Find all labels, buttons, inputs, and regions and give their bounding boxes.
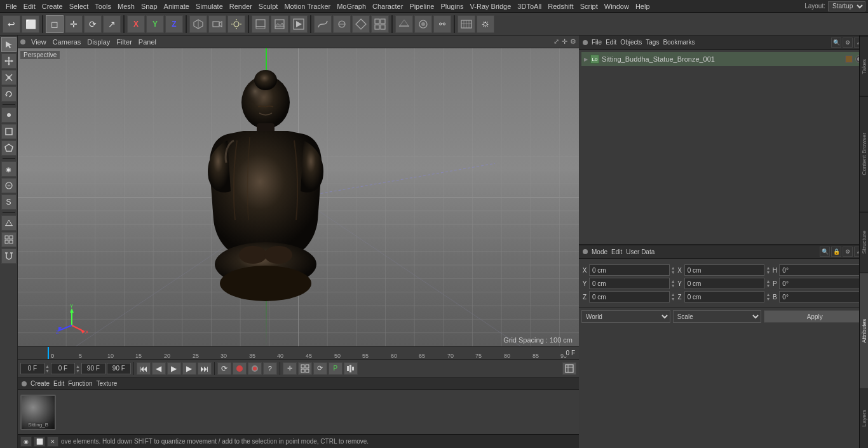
world-dropdown[interactable]: World Object Screen	[581, 310, 670, 323]
menu-mograph[interactable]: MoGraph	[334, 1, 369, 11]
start-frame-input[interactable]	[51, 363, 75, 374]
menu-redshift[interactable]: Redshift	[545, 1, 576, 11]
status-icon-1[interactable]: ◉	[20, 437, 32, 447]
z-pos-field[interactable]: 0 cm	[589, 291, 670, 302]
obj-menu-objects[interactable]: Objects	[620, 39, 642, 46]
menu-plugins[interactable]: Plugins	[437, 1, 466, 11]
mat-menu-create[interactable]: Create	[31, 380, 50, 387]
loop-button[interactable]: ⟳	[217, 362, 231, 375]
mat-menu-texture[interactable]: Texture	[97, 380, 118, 387]
scale-dropdown[interactable]: Scale	[673, 310, 762, 323]
deformer-button[interactable]	[352, 15, 370, 33]
tab-takes[interactable]: Takes	[860, 36, 868, 96]
poly-mode[interactable]	[1, 140, 17, 156]
mat-menu-function[interactable]: Function	[68, 380, 92, 387]
layout-select[interactable]: Startup	[828, 1, 865, 11]
next-frame-button[interactable]: ▶	[182, 362, 196, 375]
grid-tool[interactable]	[1, 232, 17, 247]
move-tool[interactable]	[1, 53, 17, 69]
goto-start-button[interactable]: ⏮	[137, 362, 151, 375]
expand-arrow-icon[interactable]: ▶	[584, 57, 588, 62]
tag-button[interactable]: ⚯	[433, 15, 451, 33]
menu-window[interactable]: Window	[601, 1, 632, 11]
motion-mode-5[interactable]	[344, 362, 358, 375]
point-mode[interactable]	[1, 107, 17, 123]
x-rot-down[interactable]: ▼	[766, 270, 770, 275]
obj-settings-icon[interactable]: ⚙	[843, 37, 853, 48]
move-tool-button[interactable]: ✛	[65, 15, 83, 33]
render-view-button[interactable]	[252, 15, 269, 33]
obj-menu-edit[interactable]: Edit	[606, 39, 616, 46]
render-button[interactable]	[290, 15, 308, 33]
x-pos-down[interactable]: ▼	[671, 270, 675, 275]
scale-tool-button[interactable]: ↗	[103, 15, 121, 33]
menu-animate[interactable]: Animate	[161, 1, 193, 11]
p-field[interactable]: 0°	[779, 278, 860, 289]
start-up-arrow[interactable]: ▲	[76, 364, 80, 369]
scale-tool[interactable]	[1, 70, 17, 85]
vp-settings-icon[interactable]: ⚙	[570, 37, 576, 46]
menu-snap[interactable]: Snap	[138, 1, 161, 11]
y-rot-up[interactable]: ▲	[766, 279, 770, 283]
floor-button[interactable]	[395, 15, 413, 33]
rotate-tool-button[interactable]: ⟳	[84, 15, 102, 33]
vp-move-icon[interactable]: ✛	[562, 37, 567, 46]
menu-vray[interactable]: V-Ray Bridge	[467, 1, 515, 11]
menu-3dtoall[interactable]: 3DToAll	[514, 1, 545, 11]
vp-menu-display[interactable]: Display	[84, 37, 113, 47]
obj-search-icon[interactable]: 🔍	[831, 37, 841, 48]
sculpt-tool[interactable]	[1, 178, 17, 193]
menu-pipeline[interactable]: Pipeline	[406, 1, 437, 11]
tab-structure[interactable]: Structure	[860, 212, 868, 272]
status-icon-2[interactable]: ⬜	[34, 437, 45, 447]
b-field[interactable]: 0°	[779, 291, 860, 302]
tab-layers[interactable]: Layers	[860, 388, 868, 448]
menu-render[interactable]: Render	[226, 1, 255, 11]
soft-sel[interactable]: S	[1, 194, 17, 210]
z-rot-field[interactable]: 0 cm	[684, 291, 765, 302]
menu-select[interactable]: Select	[66, 1, 92, 11]
start-down-arrow[interactable]: ▼	[76, 369, 80, 373]
prev-frame-button[interactable]: ◀	[152, 362, 166, 375]
menu-help[interactable]: Help	[632, 1, 653, 11]
h-field[interactable]: 0°	[779, 264, 860, 276]
apply-button[interactable]: Apply	[764, 310, 865, 323]
attr-settings-icon[interactable]: ⚙	[843, 247, 853, 257]
y-axis-button[interactable]: Y	[146, 15, 164, 33]
z-rot-up[interactable]: ▲	[766, 292, 770, 297]
x-rot-up[interactable]: ▲	[766, 266, 770, 270]
menu-script[interactable]: Script	[577, 1, 601, 11]
render-icons-btn[interactable]	[562, 362, 576, 375]
obj-menu-tags[interactable]: Tags	[646, 39, 659, 46]
menu-motion-tracker[interactable]: Motion Tracker	[281, 1, 334, 11]
obj-menu-file[interactable]: File	[592, 39, 602, 46]
vp-menu-panel[interactable]: Panel	[135, 37, 159, 47]
select-tool[interactable]	[1, 37, 17, 52]
attr-menu-mode[interactable]: Mode	[592, 248, 607, 255]
attr-menu-edit[interactable]: Edit	[611, 248, 622, 255]
menu-character[interactable]: Character	[369, 1, 406, 11]
vp-menu-cameras[interactable]: Cameras	[50, 37, 85, 47]
camera-button[interactable]	[208, 15, 226, 33]
attr-lock-icon[interactable]: 🔒	[831, 247, 841, 257]
picture-viewer-button[interactable]	[271, 15, 288, 33]
render-settings-button[interactable]: ⛭	[477, 15, 494, 33]
material-thumbnail[interactable]: Sitting_B	[20, 395, 56, 430]
nurbs-button[interactable]	[333, 15, 351, 33]
y-pos-up[interactable]: ▲	[671, 279, 675, 283]
z-pos-down[interactable]: ▼	[671, 297, 675, 301]
y-pos-down[interactable]: ▼	[671, 283, 675, 288]
motion-mode-4[interactable]: P	[329, 362, 342, 375]
z-pos-up[interactable]: ▲	[671, 292, 675, 297]
z-axis-button[interactable]: Z	[165, 15, 183, 33]
attr-menu-userdata[interactable]: User Data	[626, 248, 654, 255]
attr-search-icon[interactable]: 🔍	[820, 247, 830, 257]
model-mode-button[interactable]: ◻	[46, 15, 64, 33]
mat-menu-edit[interactable]: Edit	[53, 380, 64, 387]
record-button[interactable]	[233, 362, 247, 375]
menu-simulate[interactable]: Simulate	[193, 1, 226, 11]
object-color-dot[interactable]	[845, 55, 853, 63]
end-frame-input[interactable]	[81, 363, 105, 374]
frame-up-arrow[interactable]: ▲	[45, 364, 50, 369]
z-rot-down[interactable]: ▼	[766, 297, 770, 301]
